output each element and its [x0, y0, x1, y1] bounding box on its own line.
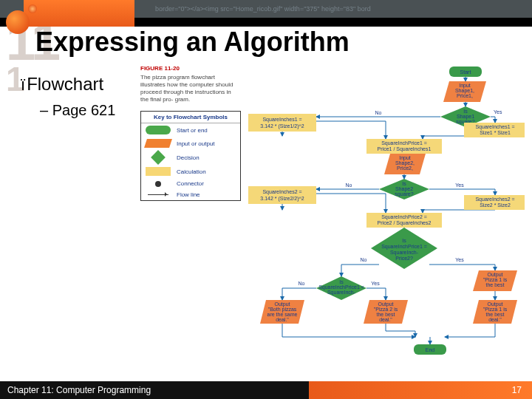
bullet-level-2: – Page 621	[40, 102, 115, 119]
svg-text:No: No	[375, 110, 382, 115]
chapter-number-watermark-b: 1	[6, 59, 22, 99]
svg-text:SquareInchPrice1 =: SquareInchPrice1 =	[381, 244, 427, 250]
parallelogram-icon	[144, 139, 172, 148]
figure-flowchart: FIGURE 11-20 The pizza program flowchart…	[140, 65, 525, 362]
svg-text:deal.": deal."	[276, 317, 289, 322]
svg-text:the best: the best	[486, 282, 505, 287]
bullet-list: ïFlowchart – Page 621	[21, 74, 115, 119]
bullet-2-text: Page 621	[52, 102, 116, 118]
header-orange-dot	[6, 10, 30, 34]
legend-label: Decision	[177, 154, 200, 161]
legend-row-connector: Connector	[141, 178, 240, 189]
flow-start: Start	[460, 69, 471, 75]
legend-label: Calculation	[177, 168, 206, 175]
svg-text:Price1,: Price1,	[457, 93, 473, 98]
svg-text:"Pizza 2 is: "Pizza 2 is	[374, 307, 398, 312]
svg-text:No: No	[346, 183, 352, 188]
svg-text:Size2 * Size2: Size2 * Size2	[480, 202, 511, 208]
legend-row-flowline: Flow line	[141, 189, 240, 200]
footer-page-number: 17	[512, 381, 522, 399]
legend-title: Key to Flowchart Symbols	[141, 112, 240, 123]
flowchart-legend: Key to Flowchart Symbols Start or end In…	[140, 111, 241, 201]
legend-row-start: Start or end	[141, 123, 240, 137]
svg-text:SquareInch-: SquareInch-	[390, 250, 419, 256]
circle-icon	[155, 181, 161, 187]
svg-text:Is: Is	[339, 279, 344, 284]
svg-text:Yes: Yes	[371, 281, 380, 286]
svg-text:SquareInches2 =: SquareInches2 =	[262, 189, 301, 195]
svg-text:Is: Is	[402, 238, 406, 243]
svg-text:Price2?: Price2?	[395, 256, 413, 261]
header-orange-block	[24, 0, 134, 27]
bullet-dash: –	[40, 102, 48, 118]
svg-text:Yes: Yes	[494, 109, 502, 115]
legend-row-calc: Calculation	[141, 165, 240, 178]
svg-text:Is: Is	[463, 109, 468, 114]
rounded-rect-icon	[146, 126, 171, 134]
svg-text:Price2,: Price2,	[397, 166, 413, 171]
svg-text:SquareInches1 =: SquareInches1 =	[262, 117, 301, 123]
legend-label: Start or end	[177, 127, 208, 134]
bullet-level-1: ïFlowchart	[21, 74, 115, 95]
svg-text:the best: the best	[377, 312, 395, 317]
svg-text:deal.": deal."	[488, 317, 502, 322]
flow-end: End	[426, 347, 435, 352]
svg-text:No: No	[299, 281, 305, 286]
svg-text:Yes: Yes	[455, 257, 464, 262]
legend-label: Connector	[177, 180, 204, 187]
svg-text:3.142 * (Size2/2)^2: 3.142 * (Size2/2)^2	[260, 196, 304, 202]
diamond-icon	[151, 150, 166, 165]
svg-text:SquareInchPrice1 =: SquareInchPrice1 =	[381, 140, 427, 146]
svg-text:Is: Is	[402, 181, 406, 186]
legend-row-decision: Decision	[141, 150, 240, 165]
svg-text:Size1 * Size1: Size1 * Size1	[480, 130, 511, 135]
footer-chapter: Chapter 11: Computer Programming	[7, 381, 151, 399]
svg-text:Price1 / SquareInches1: Price1 / SquareInches1	[378, 146, 432, 152]
rectangle-icon	[146, 167, 171, 176]
svg-text:Yes: Yes	[455, 183, 464, 188]
legend-row-io: Input or output	[141, 137, 240, 150]
legend-label: Input or output	[177, 140, 215, 147]
slide-title: Expressing an Algorithm	[35, 27, 349, 58]
svg-text:No: No	[361, 257, 367, 262]
figure-caption-line: The pizza program flowchart	[140, 74, 215, 81]
svg-text:"Pizza 1 is: "Pizza 1 is	[483, 277, 508, 282]
legend-label: Flow line	[177, 191, 200, 198]
svg-text:SquareInchPrice2 =: SquareInchPrice2 =	[381, 214, 427, 220]
svg-text:SquareInches2 =: SquareInches2 =	[475, 197, 514, 202]
svg-text:the best: the best	[486, 312, 505, 317]
svg-text:square?: square?	[395, 191, 413, 197]
svg-text:Price2 / SquareInches2: Price2 / SquareInches2	[378, 220, 432, 226]
svg-text:are the same: are the same	[267, 312, 298, 317]
svg-text:3.142 * (Size1/2)^2: 3.142 * (Size1/2)^2	[260, 123, 304, 129]
svg-text:SquareInches1 =: SquareInches1 =	[475, 124, 514, 130]
arrow-line-icon	[148, 194, 168, 195]
figure-caption-line: gram.	[175, 96, 190, 103]
svg-text:SquareInch-: SquareInch-	[327, 290, 356, 296]
svg-text:"Pizza 1 is: "Pizza 1 is	[483, 307, 508, 312]
flowchart-svg: Start Input Shape1, Price1, Is Shape1 sq…	[245, 65, 525, 362]
bullet-arrow-icon: ï	[21, 75, 25, 94]
bullet-1-text: Flowchart	[27, 74, 103, 94]
svg-text:deal.": deal."	[379, 317, 392, 322]
figure-caption: FIGURE 11-20 The pizza program flowchart…	[140, 65, 239, 103]
figure-caption-line: illustrates how the computer	[140, 81, 214, 88]
figure-number: FIGURE 11-20	[140, 65, 239, 72]
slide-footer: Chapter 11: Computer Programming 17	[0, 381, 532, 399]
